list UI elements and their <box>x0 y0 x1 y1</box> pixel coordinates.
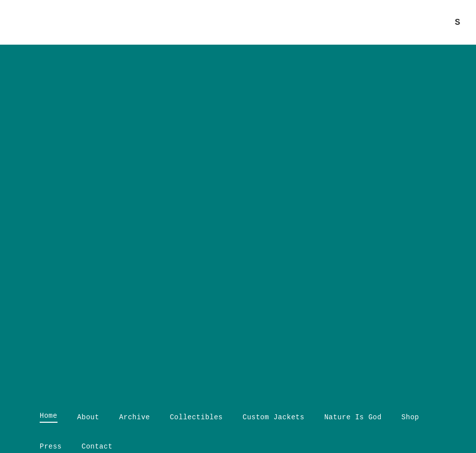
footer-nav-collectibles[interactable]: Collectibles <box>170 413 223 421</box>
footer-nav-about[interactable]: About <box>77 413 100 421</box>
footer-nav-contact[interactable]: Contact <box>82 443 113 451</box>
main-content <box>0 45 476 407</box>
footer: Home About Archive Collectibles Custom J… <box>0 407 476 453</box>
footer-nav-press[interactable]: Press <box>40 443 62 451</box>
footer-nav-nature-is-god[interactable]: Nature Is God <box>324 413 382 421</box>
footer-nav: Home About Archive Collectibles Custom J… <box>40 407 436 453</box>
footer-nav-shop[interactable]: Shop <box>402 413 419 421</box>
footer-nav-home[interactable]: Home <box>40 412 58 423</box>
footer-nav-archive[interactable]: Archive <box>119 413 150 421</box>
header: S <box>0 0 476 45</box>
footer-nav-custom-jackets[interactable]: Custom Jackets <box>242 413 304 421</box>
header-logo: S <box>455 17 461 27</box>
